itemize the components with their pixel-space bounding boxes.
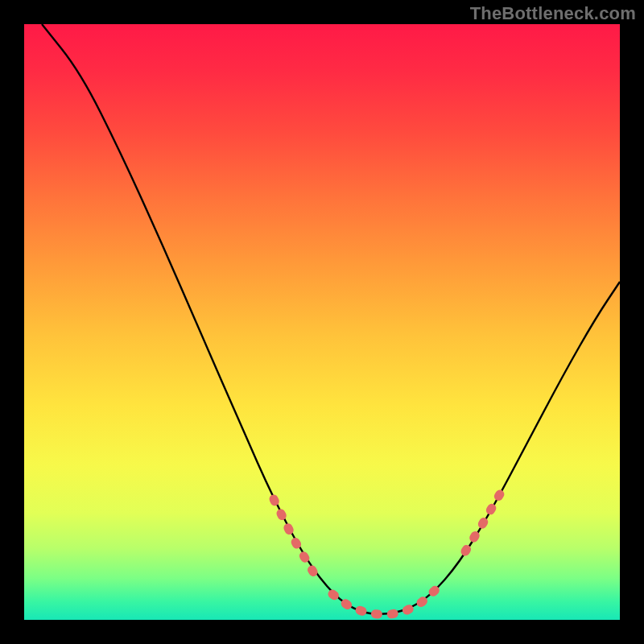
- bottleneck-curve: [42, 24, 620, 614]
- highlight-segment-1: [332, 588, 438, 615]
- plot-area: [24, 24, 620, 620]
- watermark-text: TheBottleneck.com: [470, 3, 636, 24]
- chart-container: TheBottleneck.com: [0, 0, 644, 644]
- chart-svg: [24, 24, 620, 620]
